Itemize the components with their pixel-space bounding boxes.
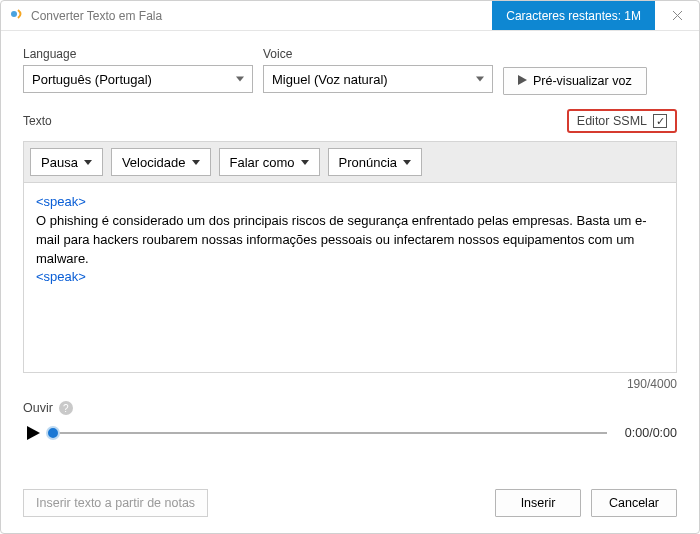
voice-value: Miguel (Voz natural): [272, 72, 388, 87]
cancel-label: Cancelar: [609, 496, 659, 510]
fields-row: Language Português (Portugal) Voice Migu…: [23, 47, 677, 95]
insert-button[interactable]: Inserir: [495, 489, 581, 517]
listen-row: Ouvir ?: [23, 401, 677, 415]
char-counter-row: 190/4000: [23, 377, 677, 391]
velocidade-button[interactable]: Velocidade: [111, 148, 211, 176]
chevron-down-icon: [301, 160, 309, 165]
preview-field: Pré-visualizar voz: [503, 47, 647, 95]
ssml-toolbar: Pausa Velocidade Falar como Pronúncia: [23, 141, 677, 183]
play-icon: [518, 74, 527, 88]
voice-field: Voice Miguel (Voz natural): [263, 47, 493, 95]
preview-voice-label: Pré-visualizar voz: [533, 74, 632, 88]
svg-marker-1: [518, 75, 527, 85]
texto-label: Texto: [23, 114, 52, 128]
svg-marker-2: [27, 426, 40, 440]
close-button[interactable]: [655, 1, 699, 30]
cancel-button[interactable]: Cancelar: [591, 489, 677, 517]
window-title: Converter Texto em Fala: [31, 9, 162, 23]
track-line: [53, 432, 607, 434]
ssml-editor[interactable]: <speak> O phishing é considerado um dos …: [23, 183, 677, 373]
footer: Inserir texto a partir de notas Inserir …: [23, 475, 677, 517]
texto-header: Texto Editor SSML: [23, 109, 677, 133]
insert-from-notes-button[interactable]: Inserir texto a partir de notas: [23, 489, 208, 517]
chevron-down-icon: [84, 160, 92, 165]
svg-point-0: [11, 11, 17, 17]
editor-ssml-toggle[interactable]: Editor SSML: [567, 109, 677, 133]
velocidade-label: Velocidade: [122, 155, 186, 170]
language-field: Language Português (Portugal): [23, 47, 253, 95]
footer-actions: Inserir Cancelar: [495, 489, 677, 517]
pronuncia-button[interactable]: Pronúncia: [328, 148, 423, 176]
editor-ssml-checkbox[interactable]: [653, 114, 667, 128]
chevron-down-icon: [192, 160, 200, 165]
help-icon[interactable]: ?: [59, 401, 73, 415]
language-label: Language: [23, 47, 253, 61]
audio-player: 0:00/0:00: [23, 423, 677, 443]
titlebar-right: Caracteres restantes: 1M: [492, 1, 699, 30]
chevron-down-icon: [403, 160, 411, 165]
listen-label: Ouvir: [23, 401, 53, 415]
editor-ssml-label: Editor SSML: [577, 114, 647, 128]
ssml-body-text: O phishing é considerado um dos principa…: [36, 212, 664, 269]
time-display: 0:00/0:00: [617, 426, 677, 440]
voice-label: Voice: [263, 47, 493, 61]
char-counter: Caracteres restantes: 1M: [492, 1, 655, 30]
ssml-open-tag: <speak>: [36, 193, 664, 212]
titlebar-left: Converter Texto em Fala: [9, 6, 162, 26]
falar-como-button[interactable]: Falar como: [219, 148, 320, 176]
pausa-button[interactable]: Pausa: [30, 148, 103, 176]
ssml-close-tag: <speak>: [36, 268, 664, 287]
titlebar: Converter Texto em Fala Caracteres resta…: [1, 1, 699, 31]
play-button[interactable]: [23, 423, 43, 443]
language-select[interactable]: Português (Portugal): [23, 65, 253, 93]
app-icon: [9, 6, 25, 26]
falar-como-label: Falar como: [230, 155, 295, 170]
pronuncia-label: Pronúncia: [339, 155, 398, 170]
voice-select[interactable]: Miguel (Voz natural): [263, 65, 493, 93]
char-counter-text: 190/4000: [627, 377, 677, 391]
preview-voice-button[interactable]: Pré-visualizar voz: [503, 67, 647, 95]
track-thumb[interactable]: [46, 426, 60, 440]
pausa-label: Pausa: [41, 155, 78, 170]
insert-label: Inserir: [521, 496, 556, 510]
ssml-editor-content: <speak> O phishing é considerado um dos …: [24, 183, 676, 297]
content: Language Português (Portugal) Voice Migu…: [1, 31, 699, 533]
seek-track[interactable]: [53, 423, 607, 443]
language-value: Português (Portugal): [32, 72, 152, 87]
